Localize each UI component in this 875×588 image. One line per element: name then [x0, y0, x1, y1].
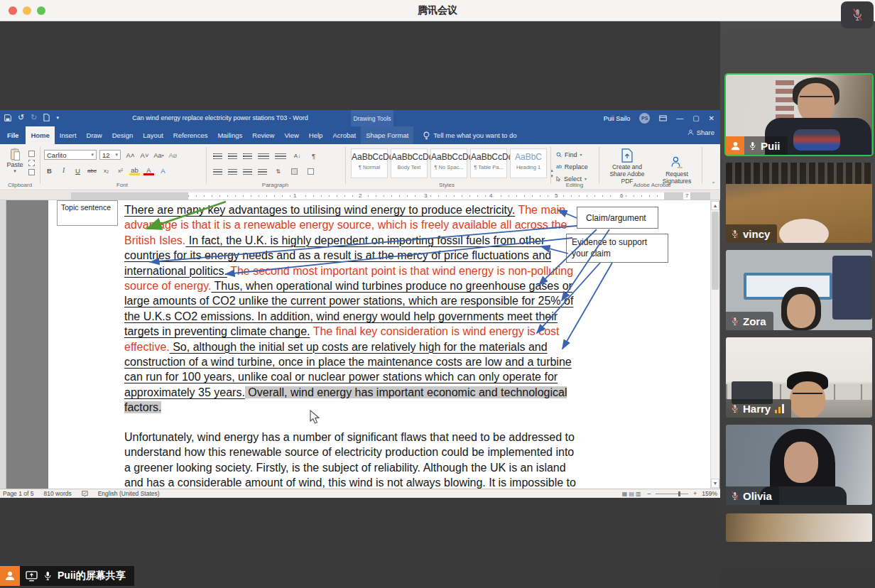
numbering-icon[interactable]: [228, 153, 237, 160]
shading-icon[interactable]: [289, 166, 300, 176]
text-highlight-button[interactable]: ab: [129, 166, 140, 175]
evidence-callout[interactable]: Evidence to support your claim: [566, 234, 668, 263]
zoom-out-button[interactable]: –: [648, 490, 651, 497]
zoom-slider-thumb[interactable]: [678, 491, 680, 496]
scroll-up-button[interactable]: ▲: [711, 201, 719, 210]
horizontal-ruler[interactable]: 1 2 3 4 5 6 7: [71, 192, 710, 200]
document-canvas[interactable]: Topic sentence There are many key advant…: [0, 200, 720, 489]
find-button[interactable]: Find▾: [556, 149, 588, 160]
grow-font-button[interactable]: A˄: [125, 150, 136, 160]
text-effects-button[interactable]: A: [158, 165, 168, 175]
participant-tile-puii[interactable]: Puii: [726, 75, 872, 155]
qat-dropdown-icon[interactable]: ▾: [56, 115, 59, 121]
style-body-text[interactable]: AaBbCcDdBody Text: [391, 148, 428, 178]
copy-icon[interactable]: [28, 160, 35, 166]
increase-indent-icon[interactable]: [275, 153, 286, 160]
save-icon[interactable]: [4, 114, 11, 121]
redo-button[interactable]: ↻: [31, 113, 37, 122]
borders-icon[interactable]: [305, 166, 316, 176]
replace-button[interactable]: abReplace: [556, 161, 588, 172]
tab-references[interactable]: References: [168, 126, 213, 144]
zoom-level[interactable]: 159%: [702, 490, 717, 497]
align-right-icon[interactable]: [243, 169, 252, 176]
tab-home[interactable]: Home: [26, 126, 54, 144]
font-color-button[interactable]: A: [143, 166, 154, 175]
mute-toggle-button[interactable]: [841, 1, 874, 28]
account-name[interactable]: Puii Sailo: [604, 115, 631, 122]
participant-tile-zora[interactable]: Zora: [726, 250, 872, 330]
proofing-icon[interactable]: [82, 490, 88, 497]
italic-button[interactable]: I: [58, 165, 69, 175]
account-avatar[interactable]: PS: [639, 113, 650, 124]
scroll-thumb[interactable]: [712, 212, 719, 290]
multilevel-list-icon[interactable]: [243, 153, 252, 160]
shrink-font-button[interactable]: A˅: [139, 150, 150, 160]
underline-button[interactable]: U: [72, 165, 83, 175]
tab-file[interactable]: File: [0, 126, 26, 144]
paragraph-2: Unfortunately, wind energy has a number …: [124, 430, 582, 489]
tab-shape-format[interactable]: Shape Format: [361, 126, 413, 144]
style-heading-1[interactable]: AaBbCHeading 1: [510, 148, 547, 178]
style-table-paragraph[interactable]: AaBbCcDd¶ Table Pa...: [470, 148, 507, 178]
zoom-slider[interactable]: [656, 494, 688, 494]
new-document-icon[interactable]: [43, 114, 50, 121]
align-left-icon[interactable]: [213, 169, 222, 176]
font-name-select[interactable]: Carlito▾: [44, 150, 97, 160]
share-button[interactable]: Share: [688, 129, 714, 136]
document-page[interactable]: Topic sentence There are many key advant…: [48, 200, 710, 489]
participant-tile-harry[interactable]: Harry: [726, 337, 872, 418]
participant-tile-olivia[interactable]: Olivia: [726, 425, 872, 505]
tab-acrobat[interactable]: Acrobat: [327, 126, 361, 144]
zoom-in-button[interactable]: +: [693, 490, 697, 497]
align-center-icon[interactable]: [228, 169, 237, 176]
paste-button[interactable]: Paste ▾: [4, 148, 26, 174]
sort-icon[interactable]: A↓: [292, 151, 303, 160]
undo-button[interactable]: ↺: [18, 113, 24, 122]
word-titlebar: ↺ ↻ ▾ Can wind energy replace electricit…: [0, 110, 720, 126]
bold-button[interactable]: B: [44, 165, 55, 175]
minimize-button[interactable]: —: [676, 114, 683, 122]
show-marks-button[interactable]: ¶: [308, 151, 319, 160]
style-no-spacing[interactable]: AaBbCcDd¶ No Spac...: [430, 148, 467, 178]
vertical-scrollbar[interactable]: ▲ ▼: [710, 200, 719, 489]
participant-tile-vincy[interactable]: vincy: [726, 163, 872, 243]
topic-sentence-callout[interactable]: Topic sentence: [57, 200, 118, 226]
claim-argument-callout[interactable]: Claim/argument: [577, 207, 658, 229]
tab-insert[interactable]: Insert: [55, 126, 82, 144]
tab-mailings[interactable]: Mailings: [212, 126, 247, 144]
line-spacing-icon[interactable]: ⇅: [273, 166, 283, 176]
clipboard-small-buttons[interactable]: [28, 149, 35, 177]
font-size-select[interactable]: 12▾: [99, 150, 121, 160]
create-pdf-button[interactable]: Create and Share Adobe PDF: [605, 148, 649, 185]
bullets-icon[interactable]: [213, 153, 222, 160]
page-indicator[interactable]: Page 1 of 5: [3, 490, 33, 497]
strikethrough-button[interactable]: abc: [87, 165, 97, 175]
clear-formatting-button[interactable]: A⌀: [168, 150, 178, 160]
superscript-button[interactable]: x²: [115, 165, 126, 175]
scroll-down-button[interactable]: ▼: [711, 479, 719, 488]
restore-button[interactable]: ▢: [692, 114, 699, 122]
ribbon-display-options-icon[interactable]: [659, 115, 667, 121]
justify-icon[interactable]: [258, 169, 267, 176]
tab-review[interactable]: Review: [247, 126, 279, 144]
close-button[interactable]: ✕: [709, 114, 714, 122]
tab-draw[interactable]: Draw: [82, 126, 107, 144]
format-painter-icon[interactable]: [28, 169, 35, 175]
view-mode-icons[interactable]: ▦▤▥: [622, 491, 643, 497]
tab-view[interactable]: View: [279, 126, 303, 144]
request-signatures-button[interactable]: Request Signatures: [655, 156, 699, 185]
tab-layout[interactable]: Layout: [138, 126, 168, 144]
document-text[interactable]: There are many key advantages to utilisi…: [124, 202, 582, 489]
decrease-indent-icon[interactable]: [258, 153, 269, 160]
tell-me-box[interactable]: Tell me what you want to do: [423, 126, 516, 144]
word-count[interactable]: 810 words: [43, 490, 71, 497]
style-normal[interactable]: AaBbCcDd¶ Normal: [351, 148, 388, 178]
subscript-button[interactable]: x₂: [101, 165, 112, 175]
language-indicator[interactable]: English (United States): [98, 490, 160, 497]
change-case-button[interactable]: Aa▾: [153, 150, 164, 160]
tab-help[interactable]: Help: [304, 126, 328, 144]
collapse-ribbon-icon[interactable]: ⌄: [711, 178, 716, 185]
tab-design[interactable]: Design: [107, 126, 138, 144]
participant-tile-partial[interactable]: [726, 513, 872, 542]
cut-icon[interactable]: [28, 151, 35, 157]
